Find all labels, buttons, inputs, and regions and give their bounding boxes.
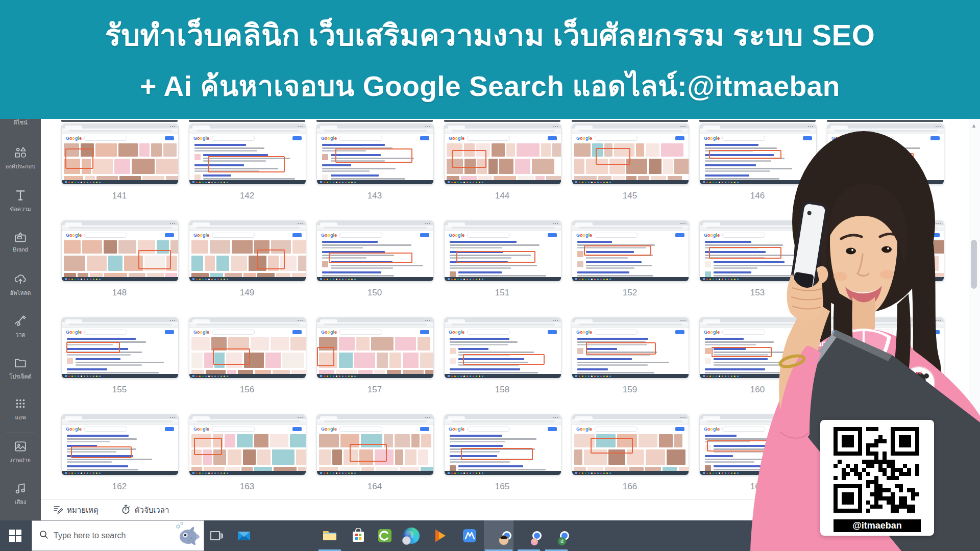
microsoft-store-icon[interactable]: [345, 520, 372, 551]
camtasia-icon[interactable]: [372, 520, 398, 551]
clipped-row-edge: [316, 120, 433, 122]
page-number: 165: [444, 482, 560, 492]
sidebar-item-photos[interactable]: ภาพถ่าย: [0, 440, 41, 465]
media-play-icon[interactable]: [427, 520, 453, 551]
page-thumbnail[interactable]: Google164: [316, 414, 433, 492]
draw-icon: [14, 314, 27, 328]
clipped-row-edge: [189, 120, 305, 122]
sidebar-item-elements[interactable]: องค์ประกอบ: [0, 146, 41, 171]
page-number: 144: [444, 191, 560, 201]
sidebar-item-brand[interactable]: Brand: [0, 231, 41, 253]
promo-banner: รับทำเว็บคลินิก เว็บเสริมความงาม เว็บศัล…: [0, 0, 980, 119]
page-thumbnail[interactable]: Google144: [444, 123, 560, 201]
sidebar-item-uploads[interactable]: อัพโหลด: [0, 272, 41, 297]
projects-icon: [14, 356, 27, 369]
page-thumbnail[interactable]: Google157: [316, 317, 433, 395]
page-thumbnail[interactable]: Google150: [316, 220, 433, 298]
page-preview: Google: [572, 220, 689, 282]
page-thumbnail[interactable]: Google149: [189, 220, 305, 298]
notes-button[interactable]: หมายเหตุ: [53, 504, 99, 516]
page-number: 157: [316, 385, 433, 395]
page-number: 158: [444, 385, 560, 395]
start-button[interactable]: [0, 520, 31, 551]
page-preview: Google: [189, 123, 306, 185]
page-number: 145: [572, 191, 688, 201]
page-thumbnail[interactable]: Google151: [444, 220, 560, 298]
sidebar-item-apps[interactable]: แอพ: [0, 397, 41, 422]
profile-face-badge: [499, 535, 509, 545]
page-thumbnail[interactable]: Google162: [61, 414, 178, 492]
page-preview: Google: [61, 414, 179, 475]
page-number: 162: [61, 482, 178, 492]
chrome-profile-2-icon[interactable]: [516, 520, 542, 551]
file-explorer-icon[interactable]: [316, 520, 343, 551]
page-number: 156: [189, 385, 305, 395]
page-number: 166: [572, 482, 688, 492]
page-preview: Google: [444, 220, 561, 282]
apps-icon: [14, 397, 27, 410]
qr-code: [834, 427, 921, 514]
search-placeholder: Type here to search: [54, 531, 173, 540]
page-thumbnail[interactable]: Google143: [316, 123, 433, 201]
page-number: 143: [316, 191, 433, 201]
page-thumbnail[interactable]: Google166: [572, 414, 688, 492]
sidebar-item-projects[interactable]: โปรเจ็คต์: [0, 356, 41, 381]
timer-label: ตัวจับเวลา: [135, 504, 169, 516]
sidebar-item-label: ภาพถ่าย: [10, 457, 31, 463]
page-number: 163: [189, 482, 305, 492]
taskbar-search-box[interactable]: Type here to search: [32, 520, 204, 551]
page-preview: Google: [189, 220, 306, 282]
page-number: 152: [572, 288, 688, 298]
page-preview: Google: [189, 317, 306, 379]
profile-avatar-badge: [531, 538, 538, 545]
page-preview: Google: [572, 123, 689, 185]
task-view-button[interactable]: [203, 520, 230, 551]
edge-browser-icon[interactable]: [398, 520, 425, 551]
page-thumbnail[interactable]: Google142: [189, 123, 305, 201]
photos-icon: [14, 440, 27, 453]
page-preview: Google: [316, 123, 434, 185]
edge-profile-badge: [402, 536, 411, 545]
page-preview: Google: [316, 414, 434, 475]
page-thumbnail[interactable]: Google165: [444, 414, 560, 492]
page-number: 142: [189, 191, 305, 201]
windows-logo-icon: [9, 530, 21, 542]
page-number: 164: [316, 482, 433, 492]
blue-m-app-icon[interactable]: [456, 520, 483, 551]
page-thumbnail[interactable]: Google158: [444, 317, 560, 395]
clipped-row-edge: [61, 120, 178, 122]
page-thumbnail[interactable]: Google141: [61, 123, 178, 201]
page-number: 141: [61, 191, 178, 201]
sidebar-item-label: ข้อความ: [10, 206, 31, 212]
page-thumbnail[interactable]: Google148: [61, 220, 178, 298]
page-preview: Google: [444, 123, 561, 185]
sidebar-item-label: อัพโหลด: [10, 290, 31, 296]
page-preview: Google: [61, 317, 179, 379]
chrome-profile-3-icon[interactable]: d: [543, 520, 570, 551]
page-thumbnail[interactable]: Google156: [189, 317, 305, 395]
mail-app-icon[interactable]: [231, 520, 257, 551]
sidebar-item-audio[interactable]: เสียง: [0, 482, 41, 507]
profile-d-badge: d: [558, 537, 566, 545]
page-preview: Google: [316, 220, 434, 282]
chrome-profile-1-icon[interactable]: [484, 520, 513, 551]
banner-line-2: + Ai ค้นหาเจอบน Google Search แอดไลน์:@i…: [140, 64, 840, 108]
text-icon: [14, 189, 27, 202]
page-thumbnail[interactable]: Google155: [61, 317, 178, 395]
page-thumbnail[interactable]: Google163: [189, 414, 305, 492]
timer-button[interactable]: ตัวจับเวลา: [121, 504, 169, 516]
sunfish-icon[interactable]: [173, 521, 201, 550]
page-number: 155: [61, 385, 178, 395]
sidebar-item-text[interactable]: ข้อความ: [0, 189, 41, 214]
page-preview: Google: [61, 123, 179, 185]
page-preview: Google: [444, 414, 561, 475]
timer-icon: [121, 505, 131, 516]
page-thumbnail[interactable]: Google159: [572, 317, 688, 395]
sidebar-item-draw[interactable]: วาด: [0, 314, 41, 339]
qr-label: @itmaeban: [834, 519, 921, 532]
clipped-row-edge: [444, 120, 560, 122]
page-thumbnail[interactable]: Google152: [572, 220, 688, 298]
page-thumbnail[interactable]: Google145: [572, 123, 688, 201]
sidebar-item-label: เสียง: [15, 499, 26, 505]
elements-icon: [14, 146, 27, 159]
